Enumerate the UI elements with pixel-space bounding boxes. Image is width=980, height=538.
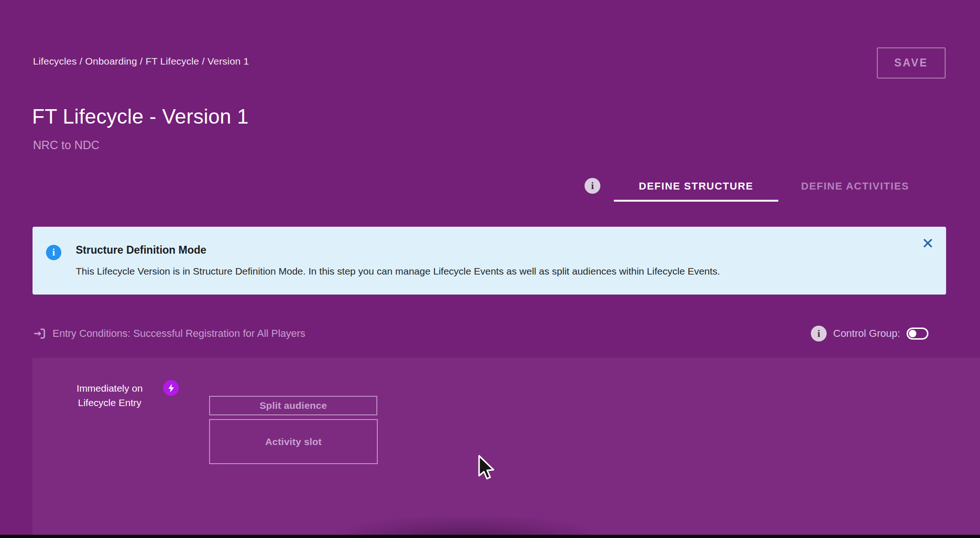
event-label-line2: Lifecycle Entry	[65, 395, 154, 410]
control-group-label: Control Group:	[833, 328, 900, 340]
lightning-bolt-icon[interactable]	[163, 380, 179, 396]
toggle-knob	[909, 330, 916, 337]
split-audience-button[interactable]: Split audience	[209, 396, 377, 415]
page-title: FT Lifecycle - Version 1	[32, 105, 249, 128]
control-group-row: i Control Group:	[811, 324, 928, 343]
activity-slot-button[interactable]: Activity slot	[209, 419, 378, 464]
bottom-edge-bar	[0, 535, 980, 538]
info-icon: i	[46, 245, 61, 260]
tab-define-structure[interactable]: DEFINE STRUCTURE	[614, 176, 778, 202]
entry-conditions-text: Entry Conditions: Successful Registratio…	[53, 328, 305, 340]
breadcrumb[interactable]: Lifecycles / Onboarding / FT Lifecycle /…	[33, 56, 249, 67]
control-group-info-icon[interactable]: i	[811, 326, 827, 341]
banner-body: This Lifecycle Version is in Structure D…	[76, 266, 720, 277]
page-subtitle: NRC to NDC	[33, 138, 99, 152]
lifecycle-entry-event-label: Immediately on Lifecycle Entry	[65, 381, 154, 410]
tab-define-activities[interactable]: DEFINE ACTIVITIES	[801, 176, 909, 202]
structure-mode-banner: i Structure Definition Mode This Lifecyc…	[33, 227, 946, 295]
control-group-toggle[interactable]	[907, 328, 928, 340]
save-button[interactable]: SAVE	[877, 47, 946, 79]
tabs-info-icon[interactable]: i	[585, 178, 600, 194]
event-label-line1: Immediately on	[65, 381, 154, 395]
close-icon[interactable]: ✕	[921, 236, 934, 251]
entry-conditions-row: Entry Conditions: Successful Registratio…	[33, 324, 305, 343]
entry-login-icon	[33, 327, 47, 341]
banner-title: Structure Definition Mode	[76, 244, 206, 256]
